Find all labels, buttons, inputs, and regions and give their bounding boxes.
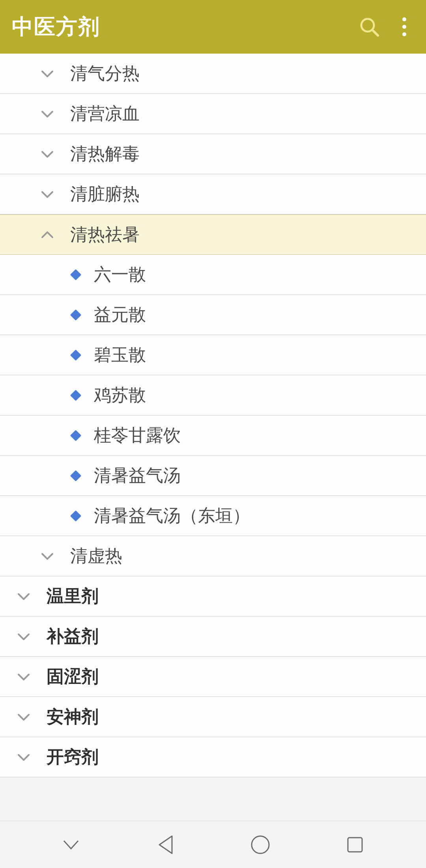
subcategory-row-expanded[interactable]: 清热祛暑	[0, 214, 426, 255]
svg-rect-6	[348, 838, 362, 852]
formula-label: 益元散	[94, 303, 146, 326]
svg-point-3	[402, 25, 406, 29]
svg-point-4	[402, 32, 406, 36]
svg-line-1	[372, 30, 378, 35]
nav-home-button[interactable]	[247, 832, 273, 858]
chevron-up-icon	[36, 228, 59, 241]
chevron-down-icon	[36, 147, 59, 161]
category-row[interactable]: 开窍剂	[0, 737, 426, 777]
subcategory-label: 清气分热	[70, 62, 140, 85]
subcategory-label: 清营凉血	[70, 102, 140, 125]
subcategory-row[interactable]: 清气分热	[0, 54, 426, 94]
subcategory-label: 清热祛暑	[70, 223, 140, 246]
formula-label: 碧玉散	[94, 343, 146, 367]
category-label: 安神剂	[47, 705, 99, 728]
category-label: 温里剂	[47, 585, 99, 608]
formula-row[interactable]: 清暑益气汤	[0, 456, 426, 496]
nav-collapse-button[interactable]	[58, 832, 84, 858]
diamond-icon	[67, 391, 84, 399]
formula-row[interactable]: 鸡苏散	[0, 375, 426, 415]
formula-label: 清暑益气汤	[94, 464, 181, 487]
app-title: 中医方剂	[12, 13, 100, 41]
subcategory-row[interactable]: 清热解毒	[0, 134, 426, 174]
search-icon[interactable]	[358, 16, 380, 38]
formula-row[interactable]: 桂苓甘露饮	[0, 415, 426, 456]
chevron-down-icon	[36, 549, 59, 563]
category-label: 补益剂	[47, 625, 99, 648]
formula-row[interactable]: 碧玉散	[0, 335, 426, 375]
subcategory-label: 清虚热	[70, 544, 122, 568]
category-label: 开窍剂	[47, 745, 99, 769]
overflow-menu-icon[interactable]	[402, 17, 407, 37]
subcategory-row[interactable]: 清脏腑热	[0, 174, 426, 214]
diamond-icon	[67, 472, 84, 480]
diamond-icon	[67, 512, 84, 520]
chevron-down-icon	[12, 710, 36, 724]
appbar-actions	[358, 16, 414, 38]
svg-point-5	[252, 836, 269, 853]
formula-label: 鸡苏散	[94, 384, 146, 407]
formula-label: 六一散	[94, 263, 146, 286]
chevron-down-icon	[12, 630, 36, 643]
diamond-icon	[67, 351, 84, 359]
subcategory-row[interactable]: 清营凉血	[0, 94, 426, 134]
category-label: 固涩剂	[47, 665, 99, 688]
category-list: 清气分热 清营凉血 清热解毒 清脏腑热 清热祛暑	[0, 54, 426, 777]
category-row[interactable]: 补益剂	[0, 617, 426, 657]
chevron-down-icon	[12, 670, 36, 684]
diamond-icon	[67, 271, 84, 279]
nav-recent-button[interactable]	[342, 832, 368, 858]
diamond-icon	[67, 311, 84, 319]
category-row[interactable]: 温里剂	[0, 576, 426, 617]
subcategory-label: 清脏腑热	[70, 183, 140, 206]
formula-row[interactable]: 清暑益气汤（东垣）	[0, 496, 426, 536]
formula-row[interactable]: 六一散	[0, 255, 426, 295]
chevron-down-icon	[36, 67, 59, 80]
chevron-down-icon	[36, 107, 59, 121]
chevron-down-icon	[36, 188, 59, 201]
subcategory-row[interactable]: 清虚热	[0, 536, 426, 576]
system-nav-bar	[0, 821, 426, 868]
category-row[interactable]: 安神剂	[0, 697, 426, 737]
diamond-icon	[67, 432, 84, 440]
chevron-down-icon	[12, 590, 36, 603]
category-row[interactable]: 固涩剂	[0, 657, 426, 697]
app-bar: 中医方剂	[0, 0, 426, 54]
nav-back-button[interactable]	[153, 832, 179, 858]
formula-label: 桂苓甘露饮	[94, 424, 181, 447]
chevron-down-icon	[12, 751, 36, 764]
formula-label: 清暑益气汤（东垣）	[94, 504, 250, 527]
formula-row[interactable]: 益元散	[0, 295, 426, 335]
subcategory-label: 清热解毒	[70, 142, 140, 166]
svg-point-2	[402, 17, 406, 21]
